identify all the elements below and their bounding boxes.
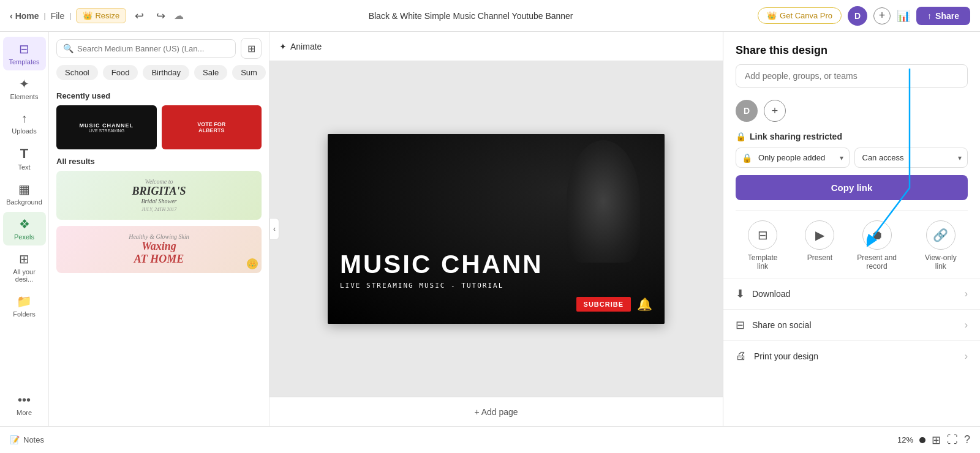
animate-button[interactable]: ✦ Animate (279, 42, 322, 51)
share-option-present[interactable]: ▶ Present (805, 220, 834, 271)
subscribe-row: SUBCRIBE 🔔 (340, 297, 652, 312)
add-page-button[interactable]: + Add page (474, 407, 518, 417)
sidebar: ⊟ Templates ✦ Elements ↑ Uploads T Text … (0, 32, 49, 426)
sidebar-item-folders[interactable]: 📁 Folders (3, 289, 46, 323)
copy-link-button[interactable]: Copy link (736, 175, 968, 200)
bell-icon: 🔔 (637, 297, 652, 312)
print-menu-item[interactable]: 🖨 Print your design › (723, 340, 980, 371)
share-panel-header: Share this design (723, 32, 980, 95)
folders-icon: 📁 (17, 294, 32, 309)
sidebar-item-text[interactable]: T Text (3, 141, 46, 176)
redo-button[interactable]: ↪ (153, 7, 169, 25)
undo-button[interactable]: ↩ (131, 7, 148, 25)
download-left: ⬇ Download (736, 287, 790, 301)
home-button[interactable]: ‹ Home (10, 11, 39, 21)
share-add-input[interactable] (736, 64, 968, 88)
template-item-2[interactable]: Healthy & Glowing Skin WaxingAT HOME 👑 (56, 226, 262, 273)
tag-summer[interactable]: Sum (232, 65, 266, 80)
hide-panel-button[interactable]: ‹ (270, 218, 279, 240)
link-sharing-label: 🔒 Link sharing restricted (736, 132, 968, 141)
separator2: | (69, 12, 71, 20)
resize-button[interactable]: 👑 Resize (76, 8, 126, 23)
get-pro-button[interactable]: 👑 Get Canva Pro (758, 7, 842, 24)
chevron-down-icon: ▾ (840, 154, 843, 162)
premium-badge: 👑 (247, 258, 258, 269)
sidebar-item-pexels[interactable]: ❖ Pexels (3, 212, 46, 245)
canvas-toolbar: ✦ Animate (270, 32, 723, 61)
more-icon: ••• (18, 393, 31, 407)
notes-button[interactable]: 📝 Notes (10, 435, 44, 444)
share-social-left: ⊟ Share on social (736, 318, 812, 332)
home-label: Home (15, 11, 39, 21)
more-label: More (17, 409, 32, 416)
search-input[interactable] (77, 44, 229, 53)
sidebar-item-background[interactable]: ▦ Background (3, 177, 46, 211)
recently-used-title: Recently used (56, 91, 262, 100)
help-icon[interactable]: ? (964, 433, 970, 446)
background-label: Background (6, 198, 42, 206)
uploads-icon: ↑ (21, 111, 28, 125)
download-icon: ⬇ (736, 287, 745, 301)
canvas-text-overlay: MUSIC CHANN LIVE STREAMING MUSIC - TUTOR… (328, 134, 665, 324)
footer-left: 📝 Notes (10, 435, 44, 444)
uploads-label: Uploads (12, 127, 36, 135)
share-option-template-link[interactable]: ⊟ Template link (741, 220, 784, 271)
sidebar-item-all-designs[interactable]: ⊞ All your desi... (3, 247, 46, 288)
tag-list: School Food Birthday Sale Sum › (49, 65, 269, 85)
canvas-bottom: + Add page (270, 397, 723, 426)
recent-item-vote[interactable]: VOTE FORALBERTS (162, 105, 262, 149)
share-social-menu-item[interactable]: ⊟ Share on social › (723, 309, 980, 340)
recent-music-sub: LIVE STREAMING (80, 129, 134, 133)
template-link-icon: ⊟ (748, 220, 777, 250)
recent-item-music[interactable]: MUSIC CHANNEL LIVE STREAMING (56, 105, 157, 149)
tag-birthday[interactable]: Birthday (143, 65, 189, 80)
search-box: 🔍 (56, 39, 236, 58)
canvas-subtitle: LIVE STREAMING MUSIC - TUTORIAL (340, 282, 652, 290)
download-label: Download (752, 289, 790, 299)
download-menu-item[interactable]: ⬇ Download › (723, 278, 980, 309)
sidebar-item-elements[interactable]: ✦ Elements (3, 72, 46, 105)
link-section: 🔒 Link sharing restricted 🔒 Only people … (723, 127, 980, 175)
recent-vote-label: VOTE FORALBERTS (197, 121, 225, 133)
sidebar-item-templates[interactable]: ⊟ Templates (3, 37, 46, 70)
stats-icon[interactable]: 📊 (897, 9, 910, 23)
filter-button[interactable]: ⊞ (241, 38, 262, 59)
template-item-1[interactable]: Welcome to BRIGITA'S Bridal Shower JULY,… (56, 171, 262, 220)
add-user-button[interactable]: + (764, 100, 786, 122)
link-sharing-text: Link sharing restricted (750, 132, 842, 141)
fullscreen-icon[interactable]: ⛶ (947, 433, 958, 446)
recently-used-grid: MUSIC CHANNEL LIVE STREAMING VOTE FORALB… (56, 105, 262, 149)
background-icon: ▦ (18, 182, 30, 197)
topbar-left: ‹ Home | File | 👑 Resize ↩ ↪ ☁ (10, 7, 184, 25)
file-menu[interactable]: File (51, 11, 65, 21)
template-link-label: Template link (741, 253, 784, 271)
share-options-row: ⊟ Template link ▶ Present ⏺ Present and … (723, 211, 980, 278)
tag-sale[interactable]: Sale (194, 65, 227, 80)
download-chevron: › (965, 288, 968, 299)
save-cloud-icon: ☁ (174, 10, 184, 21)
share-option-view-only[interactable]: 🔗 View-only link (919, 220, 962, 271)
animate-label: Animate (290, 42, 322, 51)
sidebar-item-uploads[interactable]: ↑ Uploads (3, 107, 46, 140)
template-preview-text-1: Welcome to BRIGITA'S Bridal Shower JULY,… (132, 178, 186, 212)
add-collaborator-button[interactable]: + (873, 7, 891, 24)
tag-food[interactable]: Food (103, 65, 138, 80)
share-button[interactable]: ↑ Share (916, 7, 970, 25)
access-select[interactable]: Can access Can edit Can view (854, 148, 968, 168)
user-avatar[interactable]: D (848, 6, 867, 26)
share-option-present-record[interactable]: ⏺ Present and record (856, 220, 899, 271)
panel-search-area: 🔍 ⊞ (49, 32, 269, 65)
tag-school[interactable]: School (56, 65, 98, 80)
canvas-main[interactable]: ‹ MUSIC CHANN LIVE STREAMING MUSIC - TUT… (270, 61, 723, 397)
pexels-label: Pexels (14, 233, 34, 241)
present-label: Present (807, 253, 832, 262)
templates-icon: ⊟ (19, 42, 29, 56)
grid-view-icon[interactable]: ⊞ (932, 433, 941, 447)
crown-icon: 👑 (83, 11, 92, 20)
design-canvas[interactable]: MUSIC CHANN LIVE STREAMING MUSIC - TUTOR… (328, 134, 665, 324)
zoom-level: 12% (897, 435, 913, 444)
people-select[interactable]: Only people added Anyone with the link (736, 148, 850, 168)
subscribe-button: SUBCRIBE (576, 297, 631, 312)
topbar-right: 👑 Get Canva Pro D + 📊 ↑ Share (758, 6, 970, 26)
sidebar-item-more[interactable]: ••• More (3, 388, 46, 421)
